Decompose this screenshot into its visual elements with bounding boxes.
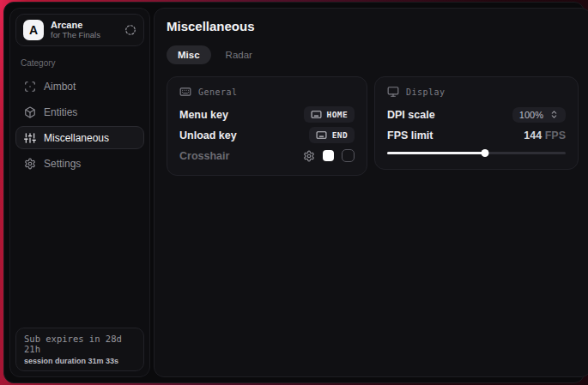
tab-bar: Misc Radar [167, 45, 579, 64]
screen: A Arcane for The Finals Category [0, 0, 588, 385]
crosshair-row: Crosshair [179, 148, 355, 163]
slider-thumb[interactable] [482, 149, 489, 157]
subscription-info-card: Sub expires in 28d 21h session duration … [15, 328, 144, 371]
dpi-scale-label: DPI scale [387, 109, 435, 121]
display-card-header: Display [387, 86, 566, 98]
crosshair-controls [303, 149, 355, 162]
slider-fill [387, 152, 485, 154]
scan-target-icon [24, 81, 36, 93]
unload-key-bind-button[interactable]: END [309, 127, 355, 143]
dpi-scale-row: DPI scale 100% [387, 107, 566, 122]
display-card: Display DPI scale 100% [374, 76, 579, 170]
tab-radar[interactable]: Radar [215, 45, 264, 64]
fps-limit-label: FPS limit [387, 129, 433, 141]
keyboard-icon [311, 109, 322, 120]
crosshair-settings-gear-icon[interactable] [303, 150, 315, 162]
fps-unit: FPS [545, 129, 566, 141]
unload-key-label: Unload key [179, 129, 237, 141]
main-panel: Miscellaneous Misc Radar Gene [154, 8, 588, 377]
brand-text: Arcane for The Finals [51, 20, 100, 40]
general-card: General Menu key HOME [167, 76, 367, 176]
brand-card: A Arcane for The Finals [15, 14, 144, 46]
fps-limit-value: 144 FPS [524, 129, 566, 141]
general-card-title: General [198, 87, 238, 97]
fps-limit-row: FPS limit 144 FPS [387, 128, 566, 142]
circle-dashed-icon[interactable] [124, 24, 136, 36]
display-card-title: Display [406, 87, 446, 97]
sidebar-item-miscellaneous[interactable]: Miscellaneous [15, 126, 144, 149]
fps-number: 144 [524, 129, 542, 141]
menu-key-value: HOME [327, 110, 348, 119]
crosshair-label: Crosshair [179, 150, 229, 162]
page-title: Miscellaneous [167, 19, 579, 33]
sidebar-item-label: Entities [44, 106, 77, 118]
chevrons-up-down-icon [549, 110, 559, 119]
settings-cards: General Menu key HOME [167, 76, 579, 176]
category-label: Category [21, 58, 139, 68]
general-card-header: General [179, 86, 355, 98]
keyboard-icon [316, 129, 327, 141]
app-logo: A [23, 20, 44, 40]
app-window: A Arcane for The Finals Category [3, 2, 585, 383]
menu-key-row: Menu key HOME [179, 107, 355, 122]
keyboard-icon [179, 86, 191, 98]
gear-icon [24, 158, 36, 170]
crosshair-color-swatch[interactable] [323, 150, 334, 161]
crosshair-checkbox[interactable] [342, 149, 355, 162]
sliders-icon [24, 132, 36, 144]
app-name: Arcane [51, 20, 100, 31]
dpi-scale-value: 100% [519, 110, 543, 120]
sidebar-item-aimbot[interactable]: Aimbot [15, 75, 144, 98]
app-subtitle: for The Finals [51, 31, 100, 40]
dpi-scale-select[interactable]: 100% [512, 107, 566, 123]
menu-key-label: Menu key [179, 109, 228, 121]
sidebar-item-label: Miscellaneous [44, 132, 109, 144]
tab-misc[interactable]: Misc [167, 45, 211, 64]
sidebar-item-entities[interactable]: Entities [15, 100, 144, 123]
unload-key-row: Unload key END [179, 128, 355, 142]
sidebar: A Arcane for The Finals Category [9, 8, 150, 377]
menu-key-bind-button[interactable]: HOME [304, 106, 355, 123]
sidebar-item-settings[interactable]: Settings [15, 152, 144, 175]
monitor-icon [387, 86, 399, 98]
sidebar-nav: Aimbot Entities [15, 75, 144, 175]
fps-limit-slider[interactable] [387, 148, 566, 157]
sidebar-item-label: Settings [44, 158, 81, 170]
session-duration-text: session duration 31m 33s [24, 357, 136, 365]
unload-key-value: END [332, 130, 348, 140]
sub-expires-text: Sub expires in 28d 21h [24, 334, 136, 354]
box-icon [24, 106, 36, 118]
sidebar-item-label: Aimbot [44, 81, 76, 93]
